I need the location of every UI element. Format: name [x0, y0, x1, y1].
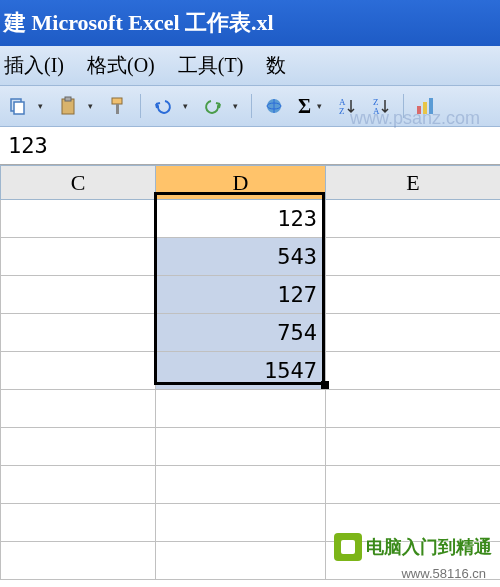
autosum-label[interactable]: Σ	[298, 95, 311, 118]
formula-bar[interactable]: 123	[0, 127, 500, 165]
menu-insert[interactable]: 插入(I)	[4, 52, 64, 79]
svg-text:Z: Z	[339, 106, 345, 116]
copy-dropdown[interactable]: ▾	[38, 101, 48, 111]
toolbar-separator	[140, 94, 141, 118]
cell[interactable]	[1, 428, 156, 466]
cell[interactable]	[1, 352, 156, 390]
svg-rect-4	[112, 98, 122, 104]
paste-dropdown[interactable]: ▾	[88, 101, 98, 111]
cell[interactable]	[156, 466, 326, 504]
svg-rect-3	[65, 97, 71, 101]
column-header-c[interactable]: C	[1, 166, 156, 200]
cell[interactable]	[326, 428, 501, 466]
cell[interactable]: 127	[156, 276, 326, 314]
cell[interactable]	[326, 200, 501, 238]
table-row: 543	[1, 238, 501, 276]
cell[interactable]	[326, 466, 501, 504]
table-row	[1, 542, 501, 580]
table-row: 123	[1, 200, 501, 238]
table-row: 127	[1, 276, 501, 314]
hyperlink-icon[interactable]	[260, 92, 288, 120]
svg-rect-14	[423, 102, 427, 114]
cell[interactable]: 1547	[156, 352, 326, 390]
svg-rect-13	[417, 106, 421, 114]
cell[interactable]: 543	[156, 238, 326, 276]
toolbar: ▾ ▾ ▾ ▾ Σ ▾ AZ ZA	[0, 86, 500, 127]
format-painter-icon[interactable]	[104, 92, 132, 120]
paste-icon[interactable]	[54, 92, 82, 120]
window-title: 建 Microsoft Excel 工作表.xl	[4, 10, 274, 35]
cell[interactable]	[326, 390, 501, 428]
toolbar-separator	[251, 94, 252, 118]
cell[interactable]	[326, 276, 501, 314]
cell[interactable]	[156, 542, 326, 580]
title-bar: 建 Microsoft Excel 工作表.xl	[0, 0, 500, 46]
cell[interactable]	[156, 504, 326, 542]
undo-icon[interactable]	[149, 92, 177, 120]
copy-icon[interactable]	[4, 92, 32, 120]
cell[interactable]	[326, 542, 501, 580]
menu-format[interactable]: 格式(O)	[87, 52, 155, 79]
svg-text:A: A	[373, 106, 380, 116]
sort-asc-icon[interactable]: AZ	[333, 92, 361, 120]
cell[interactable]	[1, 200, 156, 238]
cell[interactable]	[156, 428, 326, 466]
cell[interactable]	[1, 238, 156, 276]
cell[interactable]	[1, 314, 156, 352]
sort-desc-icon[interactable]: ZA	[367, 92, 395, 120]
table-row	[1, 390, 501, 428]
menu-data[interactable]: 数	[266, 52, 286, 79]
chart-icon[interactable]	[412, 92, 440, 120]
undo-dropdown[interactable]: ▾	[183, 101, 193, 111]
cell[interactable]	[326, 352, 501, 390]
menu-tools[interactable]: 工具(T)	[178, 52, 244, 79]
cell[interactable]	[1, 542, 156, 580]
table-row: 1547	[1, 352, 501, 390]
cell[interactable]	[326, 314, 501, 352]
cell[interactable]	[326, 238, 501, 276]
spreadsheet: C D E 123 543 127 754 1547	[0, 165, 500, 580]
column-header-d[interactable]: D	[156, 166, 326, 200]
cell[interactable]	[1, 466, 156, 504]
cell[interactable]	[1, 504, 156, 542]
svg-rect-1	[14, 102, 24, 114]
cell[interactable]	[326, 504, 501, 542]
svg-rect-5	[116, 104, 119, 114]
cell[interactable]	[156, 390, 326, 428]
table-row	[1, 428, 501, 466]
redo-icon[interactable]	[199, 92, 227, 120]
table-row	[1, 504, 501, 542]
toolbar-separator	[403, 94, 404, 118]
svg-rect-15	[429, 98, 433, 114]
table-row: 754	[1, 314, 501, 352]
autosum-dropdown[interactable]: ▾	[317, 101, 327, 111]
table-row	[1, 466, 501, 504]
column-header-e[interactable]: E	[326, 166, 501, 200]
cell[interactable]	[1, 390, 156, 428]
cell[interactable]	[1, 276, 156, 314]
cell[interactable]: 754	[156, 314, 326, 352]
menu-bar: 插入(I) 格式(O) 工具(T) 数	[0, 46, 500, 86]
formula-value: 123	[8, 133, 48, 158]
cell[interactable]: 123	[156, 200, 326, 238]
column-header-row: C D E	[1, 166, 501, 200]
redo-dropdown[interactable]: ▾	[233, 101, 243, 111]
fill-handle[interactable]	[321, 381, 329, 389]
